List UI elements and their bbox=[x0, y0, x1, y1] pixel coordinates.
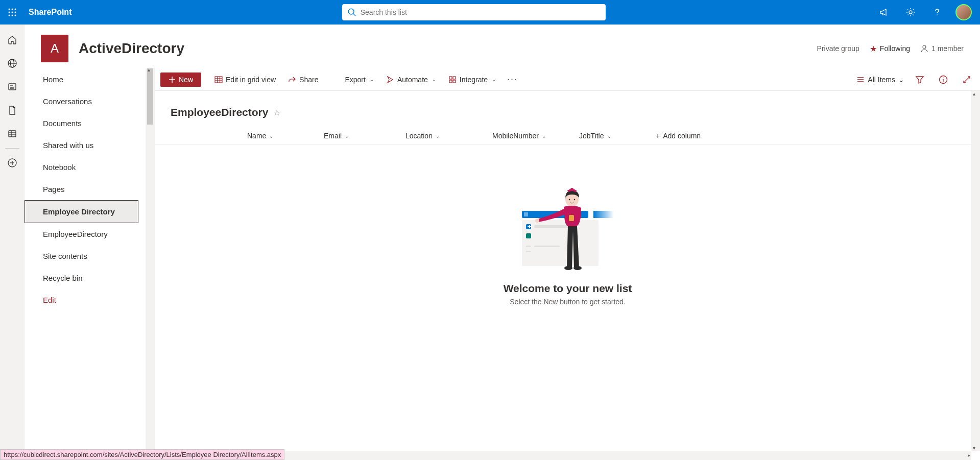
favorite-toggle[interactable]: ☆ bbox=[273, 108, 280, 117]
new-button[interactable]: New bbox=[160, 72, 201, 87]
edit-grid-button[interactable]: Edit in grid view bbox=[209, 72, 281, 87]
appbar-mysites[interactable] bbox=[0, 52, 25, 75]
gear-icon bbox=[905, 7, 916, 17]
follow-button[interactable]: ★ Following bbox=[870, 44, 910, 54]
settings-button[interactable] bbox=[898, 0, 923, 25]
main-region: New Edit in grid view Share Export ⌄ bbox=[155, 68, 980, 460]
svg-rect-30 bbox=[215, 77, 222, 83]
svg-point-44 bbox=[943, 77, 944, 78]
nav-item-employeedirectory[interactable]: EmployeeDirectory bbox=[25, 223, 146, 245]
command-bar: New Edit in grid view Share Export ⌄ bbox=[155, 68, 980, 91]
appbar-files[interactable] bbox=[0, 99, 25, 122]
members-button[interactable]: 1 member bbox=[920, 44, 964, 53]
appbar-divider bbox=[5, 148, 19, 149]
site-header: A ActiveDirectory Private group ★ Follow… bbox=[25, 25, 980, 68]
person-icon bbox=[920, 44, 928, 53]
chevron-down-icon: ⌄ bbox=[432, 77, 436, 82]
help-icon bbox=[932, 7, 942, 17]
svg-point-12 bbox=[937, 14, 938, 15]
column-header-jobtitle[interactable]: JobTitle⌄ bbox=[579, 132, 656, 140]
page-content: A ActiveDirectory Private group ★ Follow… bbox=[25, 25, 980, 460]
user-avatar[interactable] bbox=[955, 4, 972, 20]
svg-rect-54 bbox=[526, 246, 531, 247]
brand-label[interactable]: SharePoint bbox=[25, 8, 76, 17]
nav-item-conversations[interactable]: Conversations bbox=[25, 90, 146, 112]
automate-button[interactable]: Automate ⌄ bbox=[381, 72, 441, 87]
appbar-lists[interactable] bbox=[0, 123, 25, 145]
svg-point-2 bbox=[15, 9, 16, 10]
nav-item-recycle-bin[interactable]: Recycle bin bbox=[25, 267, 146, 289]
command-bar-right: All Items ⌄ bbox=[856, 71, 975, 88]
vertical-scrollbar[interactable]: ▴▾ bbox=[971, 91, 980, 451]
search-box[interactable] bbox=[342, 4, 606, 20]
site-header-right: Private group ★ Following 1 member bbox=[817, 44, 964, 54]
nav-item-documents[interactable]: Documents bbox=[25, 112, 146, 134]
empty-state-subtitle: Select the New button to get started. bbox=[155, 298, 980, 306]
export-button[interactable]: Export ⌄ bbox=[340, 72, 378, 87]
suite-header: SharePoint bbox=[0, 0, 980, 25]
overflow-button[interactable]: ··· bbox=[503, 74, 522, 85]
nav-item-edit[interactable]: Edit bbox=[25, 289, 146, 311]
svg-point-9 bbox=[348, 9, 354, 14]
list-scroll-region: EmployeeDirectory ☆ Name⌄ Email⌄ Locatio… bbox=[155, 91, 980, 460]
list-title: EmployeeDirectory bbox=[171, 106, 268, 118]
integrate-button[interactable]: Integrate ⌄ bbox=[443, 72, 501, 87]
filter-button[interactable] bbox=[912, 71, 928, 88]
svg-point-63 bbox=[564, 266, 572, 270]
nav-item-pages[interactable]: Pages bbox=[25, 178, 146, 200]
suite-header-center bbox=[76, 4, 872, 20]
column-header-email[interactable]: Email⌄ bbox=[324, 132, 405, 140]
share-button[interactable]: Share bbox=[283, 72, 323, 87]
column-header-name[interactable]: Name⌄ bbox=[247, 132, 324, 140]
quick-launch-scrollbar[interactable]: ▴ bbox=[146, 68, 155, 460]
site-privacy: Private group bbox=[817, 44, 859, 53]
nav-item-notebook[interactable]: Notebook bbox=[25, 156, 146, 178]
info-icon bbox=[939, 75, 948, 84]
column-header-mobilenumber[interactable]: MobileNumber⌄ bbox=[492, 132, 579, 140]
svg-point-27 bbox=[923, 45, 926, 49]
view-selector[interactable]: All Items ⌄ bbox=[856, 76, 904, 84]
file-icon bbox=[7, 105, 17, 115]
list-title-row: EmployeeDirectory ☆ bbox=[155, 91, 980, 128]
plus-circle-icon bbox=[7, 158, 17, 168]
add-column-button[interactable]: +Add column bbox=[656, 132, 701, 140]
nav-item-site-contents[interactable]: Site contents bbox=[25, 245, 146, 267]
chevron-down-icon: ⌄ bbox=[607, 133, 611, 139]
svg-rect-36 bbox=[453, 77, 456, 79]
members-label: 1 member bbox=[931, 44, 964, 53]
nav-item-shared-with-us[interactable]: Shared with us bbox=[25, 134, 146, 156]
svg-point-64 bbox=[573, 266, 582, 270]
info-button[interactable] bbox=[935, 71, 951, 88]
svg-point-0 bbox=[9, 9, 10, 10]
app-bar bbox=[0, 25, 25, 460]
svg-rect-51 bbox=[528, 226, 532, 227]
svg-rect-56 bbox=[526, 251, 531, 252]
expand-button[interactable] bbox=[959, 71, 975, 88]
nav-item-employee-directory[interactable]: Employee Directory bbox=[25, 200, 138, 223]
site-title[interactable]: ActiveDirectory bbox=[79, 40, 184, 57]
waffle-icon bbox=[8, 8, 16, 16]
chevron-down-icon: ⌄ bbox=[492, 77, 496, 82]
appbar-create[interactable] bbox=[0, 152, 25, 174]
search-input[interactable] bbox=[361, 8, 601, 16]
column-header-location[interactable]: Location⌄ bbox=[405, 132, 492, 140]
browser-status-bar: https://cubicdirect.sharepoint.com/sites… bbox=[0, 449, 284, 460]
svg-rect-35 bbox=[449, 77, 452, 79]
svg-point-6 bbox=[9, 15, 10, 16]
nav-item-home[interactable]: Home bbox=[25, 68, 146, 90]
view-label: All Items bbox=[868, 76, 895, 84]
appbar-home[interactable] bbox=[0, 29, 25, 51]
megaphone-button[interactable] bbox=[872, 0, 896, 25]
news-icon bbox=[7, 82, 17, 92]
filter-icon bbox=[915, 75, 924, 84]
svg-rect-38 bbox=[453, 80, 456, 83]
search-icon bbox=[347, 8, 356, 17]
site-logo[interactable]: A bbox=[41, 35, 68, 62]
svg-point-1 bbox=[12, 9, 13, 10]
svg-line-10 bbox=[353, 14, 355, 16]
help-button[interactable] bbox=[925, 0, 949, 25]
integrate-icon bbox=[448, 76, 457, 84]
appbar-news[interactable] bbox=[0, 76, 25, 98]
app-launcher-button[interactable] bbox=[0, 0, 25, 25]
chevron-down-icon: ⌄ bbox=[269, 133, 273, 139]
